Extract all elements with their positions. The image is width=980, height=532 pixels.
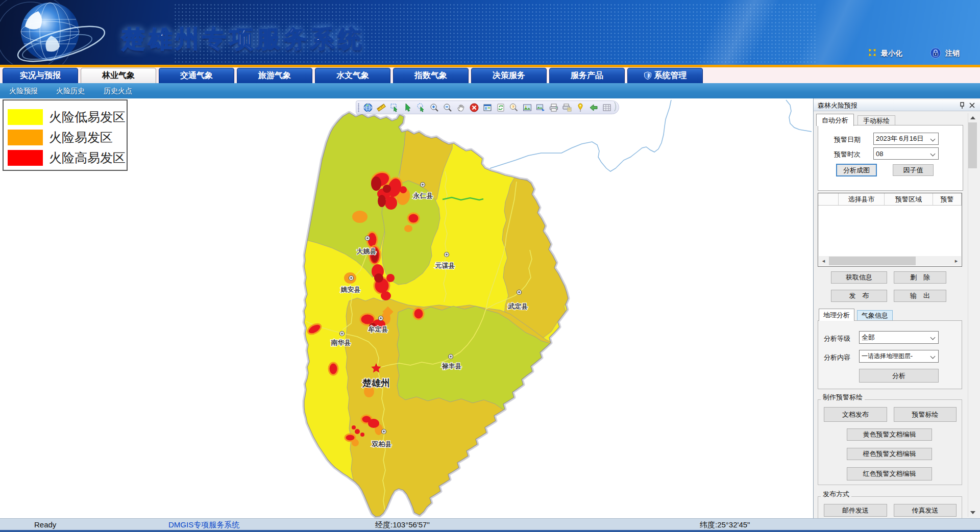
status-longitude: 经度:103°56'57"	[375, 520, 430, 530]
image-export-icon[interactable]	[535, 103, 546, 113]
time-combobox[interactable]: 08	[873, 147, 939, 160]
nav-tab-4[interactable]: 旅游气象	[237, 68, 312, 84]
scroll-left-arrow[interactable]: ◂	[819, 256, 828, 266]
delete-button[interactable]: 删 除	[894, 271, 946, 284]
county-label: 永仁县	[413, 192, 433, 199]
county-label: 双柏县	[372, 440, 392, 448]
shield-icon	[644, 71, 652, 80]
toolbar-overflow[interactable]	[614, 101, 619, 114]
pointer-icon[interactable]	[403, 103, 413, 113]
status-bar: Ready DMGIS专项服务系统 经度:103°56'57" 纬度:25°32…	[0, 518, 980, 530]
orange-edit-button[interactable]: 橙色预警文档编辑	[847, 448, 932, 460]
legend-item: 火险低易发区	[8, 109, 126, 125]
county-label: 牟定县	[368, 325, 388, 333]
analyze-map-button[interactable]: 分析成图	[836, 164, 877, 176]
nav-tab-2[interactable]: 林业气象	[81, 68, 156, 84]
tab-weather-info[interactable]: 气象信息	[857, 310, 893, 321]
county-label: 大姚县	[357, 247, 377, 255]
app-title: 楚雄州专项服务系统	[121, 23, 365, 55]
grid-column-1[interactable]	[818, 193, 839, 205]
export-button[interactable]: 输 出	[894, 290, 946, 302]
doc-publish-button[interactable]: 文档发布	[824, 407, 887, 422]
panel-vscrollbar[interactable]	[968, 113, 976, 517]
county-label: 南华县	[331, 339, 351, 346]
publish-button[interactable]: 发 布	[831, 290, 887, 302]
content-combobox[interactable]: 一请选择地理图层-	[859, 350, 939, 363]
warning-grid[interactable]: 选择县市预警区域预警 ◂ ▸	[818, 193, 962, 267]
tab-manual-plot[interactable]: 手动标绘	[857, 115, 895, 126]
map-area[interactable]: 永仁县元谋县大姚县姚安县武定县南华县禄丰县牟定县双柏县楚雄州 火险低易发区火险易…	[0, 98, 813, 518]
identify-icon[interactable]: ?	[509, 103, 519, 113]
pin-icon[interactable]	[959, 102, 966, 109]
yellow-edit-button[interactable]: 黄色预警文档编辑	[847, 428, 932, 441]
hscroll-thumb[interactable]	[829, 257, 916, 265]
select-circle-icon[interactable]	[416, 103, 426, 113]
email-button[interactable]: 邮件发送	[824, 504, 887, 517]
grid-column-2[interactable]: 选择县市	[839, 193, 885, 205]
subnav-item-2[interactable]: 火险历史	[56, 87, 85, 96]
analyze-button[interactable]: 分析	[859, 369, 939, 383]
legend-swatch	[8, 130, 43, 145]
red-edit-button[interactable]: 红色预警文档编辑	[847, 467, 932, 480]
county-label: 禄丰县	[442, 362, 462, 370]
warn-draw-button[interactable]: 预警标绘	[894, 407, 957, 422]
status-system[interactable]: DMGIS专项服务系统	[168, 520, 239, 530]
grid-column-4[interactable]: 预警	[933, 193, 962, 205]
pin-icon[interactable]	[575, 103, 585, 113]
nav-tab-8[interactable]: 服务产品	[549, 68, 625, 84]
grid-column-3[interactable]: 预警区域	[885, 193, 933, 205]
logout-button[interactable]: 注销	[945, 49, 960, 58]
nav-tab-9[interactable]: 系统管理	[627, 68, 703, 84]
grid-hscrollbar[interactable]: ◂ ▸	[819, 256, 961, 266]
tab-auto-analysis[interactable]: 自动分析	[816, 114, 854, 126]
globe-icon[interactable]	[363, 103, 373, 113]
minimize-button[interactable]: 最小化	[881, 49, 902, 58]
nav-tab-6[interactable]: 指数气象	[393, 68, 469, 84]
minimize-icon[interactable]	[867, 47, 877, 58]
publish-group-title: 发布方式	[821, 490, 851, 499]
factor-value-button[interactable]: 因子值	[893, 164, 934, 176]
refresh-icon[interactable]	[496, 103, 506, 113]
plot-group-title: 制作预警标绘	[821, 393, 865, 402]
stop-icon[interactable]	[469, 103, 479, 113]
status-ready: Ready	[34, 520, 56, 529]
select-rect-icon[interactable]	[389, 103, 400, 113]
zoom-out-icon[interactable]	[443, 103, 453, 113]
panel-titlebar: 森林火险预报	[814, 100, 980, 111]
subnav-item-3[interactable]: 历史火点	[104, 87, 132, 96]
vscroll-thumb[interactable]	[968, 122, 977, 168]
close-icon[interactable]	[969, 102, 976, 109]
toolbar-grip[interactable]	[358, 103, 359, 112]
legend-swatch	[8, 150, 43, 166]
pan-icon[interactable]	[456, 103, 466, 113]
print-setup-icon[interactable]	[562, 103, 572, 113]
scroll-right-arrow[interactable]: ▸	[951, 256, 961, 266]
county-label: 姚安县	[340, 286, 361, 293]
nav-tab-3[interactable]: 交通气象	[159, 68, 234, 84]
map-toolbar: ?	[356, 100, 619, 114]
image-icon[interactable]	[522, 103, 532, 113]
legend-swatch	[8, 109, 43, 125]
back-icon[interactable]	[589, 103, 599, 113]
scroll-up-arrow[interactable]	[968, 113, 977, 122]
logout-lock-icon[interactable]	[930, 47, 941, 59]
coords-icon[interactable]	[602, 103, 612, 113]
zoom-in-icon[interactable]	[429, 103, 439, 113]
print-icon[interactable]	[549, 103, 559, 113]
svg-text:?: ?	[512, 105, 514, 109]
nav-tab-5[interactable]: 水文气象	[315, 68, 390, 84]
subnav-item-1[interactable]: 火险预报	[9, 87, 38, 96]
date-combobox[interactable]: 2023年 6月16日	[873, 133, 939, 145]
scroll-down-arrow[interactable]	[968, 508, 977, 517]
tab-geo-analysis[interactable]: 地理分析	[819, 309, 854, 321]
nav-tab-7[interactable]: 决策服务	[471, 68, 547, 84]
map-window-icon[interactable]	[482, 103, 493, 113]
forest-fire-panel: 森林火险预报 自动分析 手动标绘 预警日期 2023年 6月16日 预警时次 0…	[813, 98, 980, 518]
fax-button[interactable]: 传真发送	[894, 504, 957, 517]
measure-icon[interactable]	[376, 103, 386, 113]
fetch-info-button[interactable]: 获取信息	[831, 271, 887, 284]
bottom-strip	[0, 530, 980, 532]
level-combobox[interactable]: 全部	[859, 331, 939, 344]
time-label: 预警时次	[834, 150, 861, 159]
nav-tab-1[interactable]: 实况与预报	[3, 68, 78, 84]
